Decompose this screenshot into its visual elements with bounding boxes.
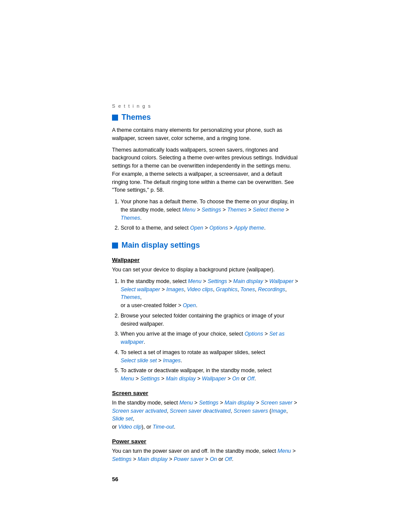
- screensaver-screensaver[interactable]: Screen saver: [261, 400, 293, 406]
- powersaver-text: You can turn the power saver on and off.…: [112, 447, 299, 464]
- themes-step-1: Your phone has a default theme. To choos…: [121, 198, 299, 222]
- ws5-period: .: [254, 376, 255, 382]
- ss-sep3: >: [255, 400, 261, 406]
- wallpaper-step1-menu[interactable]: Menu: [188, 278, 201, 284]
- powersaver-off[interactable]: Off: [225, 456, 232, 462]
- screensaver-screensavers[interactable]: Screen savers: [234, 408, 268, 414]
- themes-step1-sep3: >: [247, 207, 253, 213]
- page: S e t t i n g s Themes A theme contains …: [0, 0, 411, 532]
- wallpaper-step5-on[interactable]: On: [232, 376, 240, 382]
- themes-step2-sep1: >: [203, 225, 209, 231]
- wallpaper-step3-options[interactable]: Options: [245, 331, 263, 337]
- wallpaper-step5-text1: To activate or deactivate wallpaper, in …: [121, 367, 271, 373]
- ws1-comma4: ,: [255, 286, 258, 292]
- wallpaper-step1-selectwallpaper[interactable]: Select wallpaper: [121, 286, 160, 292]
- wallpaper-step1-open[interactable]: Open: [183, 302, 196, 308]
- ws1-sep3: >: [263, 278, 269, 284]
- themes-step1-link-selecttheme[interactable]: Select theme: [253, 207, 284, 213]
- themes-heading: Themes: [121, 113, 151, 122]
- wallpaper-step3-text1: When you arrive at the image of your cho…: [121, 331, 245, 337]
- ps-or: or: [217, 456, 225, 462]
- ws1-comma5: ,: [285, 286, 286, 292]
- screensaver-heading-container: Screen saver: [112, 390, 299, 396]
- ps-sep3: >: [168, 456, 174, 462]
- powersaver-maindisplay[interactable]: Main display: [137, 456, 167, 462]
- wallpaper-step1-graphics[interactable]: Graphics: [216, 286, 237, 292]
- ws5-sep4: >: [226, 376, 232, 382]
- screensaver-text: In the standby mode, select Menu > Setti…: [112, 399, 299, 431]
- themes-para1: A theme contains many elements for perso…: [112, 126, 299, 143]
- ss-sep2: >: [218, 400, 224, 406]
- themes-step2-link-applytheme[interactable]: Apply theme: [234, 225, 264, 231]
- ps-sep4: >: [204, 456, 210, 462]
- themes-step2-text-before: Scroll to a theme, and select: [121, 225, 190, 231]
- wallpaper-step5-off[interactable]: Off: [247, 376, 255, 382]
- powersaver-powersaver[interactable]: Power saver: [174, 456, 203, 462]
- ws5-sep2: >: [160, 376, 166, 382]
- screensaver-image[interactable]: Image: [271, 408, 286, 414]
- themes-step1-period: .: [140, 215, 141, 221]
- wallpaper-step1-wallpaper[interactable]: Wallpaper: [269, 278, 293, 284]
- main-display-heading: Main display settings: [121, 241, 200, 250]
- ws5-or: or: [240, 376, 247, 382]
- themes-step2-link-open[interactable]: Open: [190, 225, 203, 231]
- wallpaper-step2-text: Browse your selected folder containing t…: [121, 313, 284, 327]
- themes-step1-link-themes2[interactable]: Themes: [121, 215, 140, 221]
- themes-step1-sep2: >: [221, 207, 227, 213]
- wallpaper-step5-wallpaper[interactable]: Wallpaper: [202, 376, 226, 382]
- ws1-period: .: [196, 302, 197, 308]
- powersaver-menu[interactable]: Menu: [277, 448, 291, 454]
- themes-step1-link-themes[interactable]: Themes: [227, 207, 246, 213]
- wallpaper-step4-text1: To select a set of images to rotate as w…: [121, 349, 265, 355]
- ss-paren1: (: [268, 408, 271, 414]
- main-display-heading-container: Main display settings: [112, 241, 299, 250]
- wallpaper-step1-maindisplay[interactable]: Main display: [233, 278, 263, 284]
- wallpaper-step1-tones[interactable]: Tones: [240, 286, 255, 292]
- powersaver-on[interactable]: On: [210, 456, 217, 462]
- ws1-sep2: >: [227, 278, 233, 284]
- themes-para2: Themes automatically loads wallpapers, s…: [112, 146, 299, 195]
- themes-step1-link-settings[interactable]: Settings: [202, 207, 221, 213]
- wallpaper-step5-maindisplay[interactable]: Main display: [166, 376, 196, 382]
- screensaver-videoclip[interactable]: Video clip: [118, 424, 142, 430]
- powersaver-text1: You can turn the power saver on and off.…: [112, 448, 277, 454]
- wallpaper-step-3: When you arrive at the image of your cho…: [121, 330, 299, 346]
- powersaver-heading-container: Power saver: [112, 438, 299, 445]
- main-display-section: Main display settings Wallpaper You can …: [112, 241, 299, 463]
- ws1-sep4: >: [293, 278, 298, 284]
- wallpaper-step-2: Browse your selected folder containing t…: [121, 312, 299, 328]
- themes-step1-link-menu[interactable]: Menu: [182, 207, 195, 213]
- ws4-sep: >: [157, 358, 163, 364]
- wallpaper-step1-settings[interactable]: Settings: [208, 278, 227, 284]
- ps-sep2: >: [131, 456, 137, 462]
- wallpaper-step5-settings[interactable]: Settings: [140, 376, 160, 382]
- wallpaper-step1-recordings[interactable]: Recordings: [258, 286, 285, 292]
- wallpaper-heading-container: Wallpaper: [112, 257, 299, 263]
- wallpaper-step1-videoclips[interactable]: Video clips: [187, 286, 213, 292]
- ss-comma3: ,: [286, 408, 287, 414]
- screensaver-slideset[interactable]: Slide set: [112, 416, 133, 422]
- wallpaper-step4-images[interactable]: Images: [163, 358, 181, 364]
- ws3-period: .: [144, 339, 145, 345]
- wallpaper-step1-images[interactable]: Images: [166, 286, 184, 292]
- ws1-sep1: >: [202, 278, 208, 284]
- screensaver-timeout[interactable]: Time-out: [153, 424, 174, 430]
- screensaver-maindisplay[interactable]: Main display: [224, 400, 254, 406]
- ss-paren2: ), or: [142, 424, 153, 430]
- wallpaper-step4-slideset[interactable]: Select slide set: [121, 358, 157, 364]
- ws5-sep3: >: [196, 376, 202, 382]
- wallpaper-step5-menu[interactable]: Menu: [121, 376, 134, 382]
- themes-step2-link-options[interactable]: Options: [209, 225, 228, 231]
- wallpaper-step1-themes[interactable]: Themes: [121, 294, 140, 300]
- powersaver-settings[interactable]: Settings: [112, 456, 131, 462]
- wallpaper-step-4: To select a set of images to rotate as w…: [121, 348, 299, 365]
- wallpaper-intro: You can set your device to display a bac…: [112, 266, 299, 274]
- screensaver-menu[interactable]: Menu: [179, 400, 193, 406]
- themes-step1-sep1: >: [196, 207, 202, 213]
- page-number: 56: [112, 476, 299, 482]
- screensaver-deactivated[interactable]: Screen saver deactivated: [170, 408, 230, 414]
- themes-blue-square: [112, 115, 118, 121]
- wallpaper-steps: In the standby mode, select Menu > Setti…: [121, 277, 299, 383]
- screensaver-activated[interactable]: Screen saver activated: [112, 408, 167, 414]
- screensaver-settings[interactable]: Settings: [199, 400, 218, 406]
